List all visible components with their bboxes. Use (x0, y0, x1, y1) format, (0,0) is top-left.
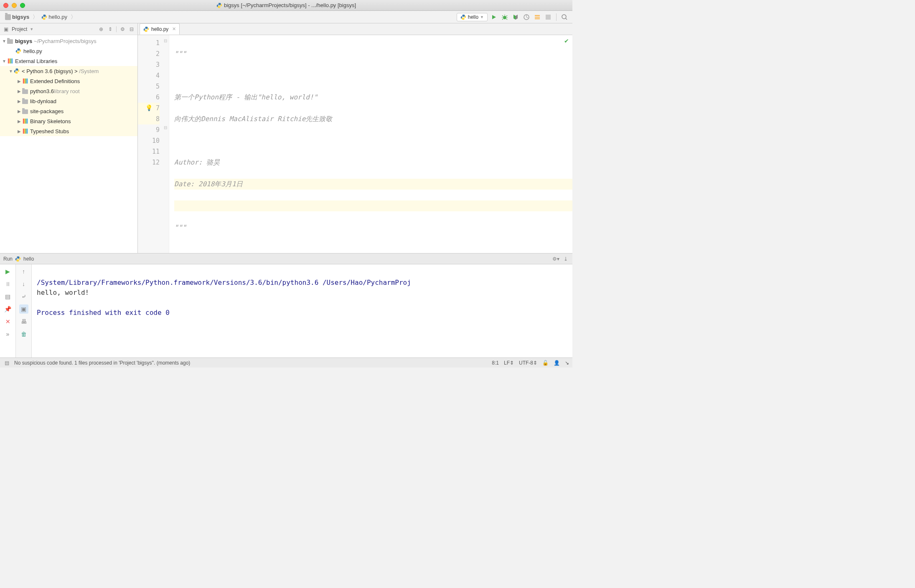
tree-item[interactable]: ▶Typeshed Stubs (0, 126, 137, 136)
python-file-icon (143, 26, 149, 32)
gear-icon[interactable]: ⚙ (119, 26, 126, 33)
expand-arrow-icon[interactable]: ▶ (17, 99, 22, 104)
folder-icon (22, 109, 28, 114)
folder-icon (22, 89, 28, 94)
file-encoding[interactable]: UTF-8⇕ (519, 360, 537, 366)
toolbar-right: hello ▼ (457, 13, 569, 22)
goto-icon[interactable]: ↘ (565, 360, 569, 366)
python-file-icon (15, 256, 21, 262)
event-log-icon[interactable]: ▤ (3, 360, 10, 366)
tree-file[interactable]: hello.py (0, 46, 137, 56)
library-icon (23, 119, 28, 124)
chevron-right-icon: 〉 (71, 13, 76, 21)
fold-icon[interactable]: ⊟ (164, 38, 169, 43)
collapse-all-icon[interactable]: ⇕ (107, 26, 114, 33)
print-icon[interactable]: 🖶 (19, 317, 28, 326)
search-everywhere-button[interactable] (560, 13, 569, 22)
project-view-icon[interactable]: ▣ (3, 26, 9, 33)
gear-icon[interactable]: ⚙▾ (552, 256, 559, 262)
up-arrow-icon[interactable]: ↑ (19, 267, 28, 276)
scroll-from-source-icon[interactable]: ⊕ (98, 26, 104, 33)
hide-button[interactable]: ⊟ (128, 26, 135, 33)
layout-button[interactable]: ▤ (3, 292, 13, 301)
fold-icon[interactable]: ⊟ (164, 125, 169, 130)
interpreter-label: < Python 3.6 (bigsys) > (22, 68, 78, 74)
tree-item[interactable]: ▶lib-dynload (0, 96, 137, 106)
pin-icon[interactable]: 📌 (3, 304, 13, 314)
lock-icon[interactable]: 🔓 (542, 360, 549, 366)
svg-rect-4 (546, 15, 551, 20)
run-button[interactable] (489, 13, 498, 22)
separator (116, 26, 117, 32)
library-icon (8, 58, 13, 63)
close-tab-icon[interactable]: ✕ (172, 26, 176, 32)
down-arrow-icon[interactable]: ↓ (19, 279, 28, 289)
coverage-button[interactable] (511, 13, 520, 22)
soft-wrap-icon[interactable]: ⤶ (19, 292, 28, 301)
concurrency-button[interactable] (533, 13, 542, 22)
tree-interpreter[interactable]: ▼ < Python 3.6 (bigsys) > /System (0, 66, 137, 76)
project-panel-title: Project (12, 26, 27, 32)
project-tree[interactable]: ▼ bigsys ~/PycharmProjects/bigsys hello.… (0, 35, 137, 253)
tree-item[interactable]: ▶Extended Definitions (0, 76, 137, 86)
tree-item[interactable]: ▶site-packages (0, 106, 137, 116)
breadcrumb-project[interactable]: bigsys (3, 13, 31, 21)
debug-button[interactable] (500, 13, 509, 22)
cursor-position[interactable]: 8:1 (492, 360, 499, 366)
expand-arrow-icon[interactable]: ▶ (17, 89, 22, 94)
expand-arrow-icon[interactable]: ▶ (17, 79, 22, 84)
chevron-down-icon[interactable]: ▼ (30, 27, 33, 31)
expand-arrow-icon[interactable]: ▼ (8, 69, 13, 74)
editor-tab-label: hello.py (151, 26, 168, 32)
more-icon[interactable]: » (3, 329, 13, 339)
inspection-ok-icon[interactable]: ✔ (564, 38, 569, 44)
interpreter-path-label: /System (79, 68, 99, 74)
tree-item-label: Binary Skeletons (30, 118, 71, 124)
line-gutter: 123456789101112 (138, 35, 169, 253)
expand-arrow-icon[interactable]: ▼ (2, 59, 7, 63)
chevron-right-icon: 〉 (33, 13, 38, 21)
editor-tab-hello[interactable]: hello.py ✕ (140, 23, 180, 35)
tree-item[interactable]: ▶Binary Skeletons (0, 116, 137, 126)
hide-button[interactable]: ⤓ (562, 256, 569, 262)
close-button[interactable]: ✕ (3, 317, 13, 326)
expand-arrow-icon[interactable]: ▶ (17, 109, 22, 114)
svg-point-1 (220, 7, 220, 7)
rerun-button[interactable]: ▶ (3, 267, 13, 276)
scroll-end-icon[interactable]: ▣ (19, 304, 28, 314)
profile-button[interactable] (522, 13, 531, 22)
console-line: hello, world! (37, 289, 89, 297)
run-tool-window: Run hello ⚙▾ ⤓ ▶ ⏸ ▤ 📌 ✕ » ↑ ↓ ⤶ ▣ 🖶 🗑 /… (0, 253, 572, 357)
stop-button[interactable] (544, 13, 553, 22)
breadcrumb-file-label: hello.py (48, 14, 67, 20)
chevron-down-icon: ▼ (480, 15, 484, 19)
code-area[interactable]: """ 第一个Python程序 - 输出"hello, world!" 向伟大的… (169, 35, 572, 253)
expand-arrow-icon[interactable]: ▶ (17, 119, 22, 124)
inspector-icon[interactable]: 👤 (554, 360, 560, 366)
trash-icon[interactable]: 🗑 (19, 329, 28, 339)
python-file-icon (216, 3, 222, 8)
intention-bulb-icon[interactable]: 💡 (145, 104, 152, 111)
breadcrumb-file[interactable]: hello.py (40, 13, 69, 21)
library-icon (23, 129, 28, 134)
run-tab-label: Run (3, 256, 13, 262)
tree-item[interactable]: ▶python3.6 library root (0, 86, 137, 96)
status-bar: ▤ No suspicious code found. 1 files proc… (0, 357, 572, 368)
svg-point-2 (503, 16, 506, 19)
python-icon (13, 68, 20, 74)
console-output[interactable]: /System/Library/Frameworks/Python.framew… (32, 264, 572, 357)
python-file-icon (460, 14, 466, 20)
library-icon (23, 79, 28, 84)
tree-item-label: Typeshed Stubs (30, 128, 69, 134)
stop-button[interactable]: ⏸ (3, 279, 13, 289)
tree-root[interactable]: ▼ bigsys ~/PycharmProjects/bigsys (0, 36, 137, 46)
run-sidebar-primary: ▶ ⏸ ▤ 📌 ✕ » (0, 264, 16, 357)
expand-arrow-icon[interactable]: ▶ (17, 129, 22, 134)
line-separator[interactable]: LF⇕ (504, 360, 514, 366)
expand-arrow-icon[interactable]: ▼ (2, 39, 7, 43)
run-configuration-selector[interactable]: hello ▼ (457, 13, 488, 21)
editor-body[interactable]: 123456789101112 ⊟ ⊟ 💡 """ 第一个Python程序 - … (138, 35, 572, 253)
folder-icon (7, 39, 13, 44)
tree-file-label: hello.py (23, 48, 42, 54)
tree-external-libraries[interactable]: ▼ External Libraries (0, 56, 137, 66)
